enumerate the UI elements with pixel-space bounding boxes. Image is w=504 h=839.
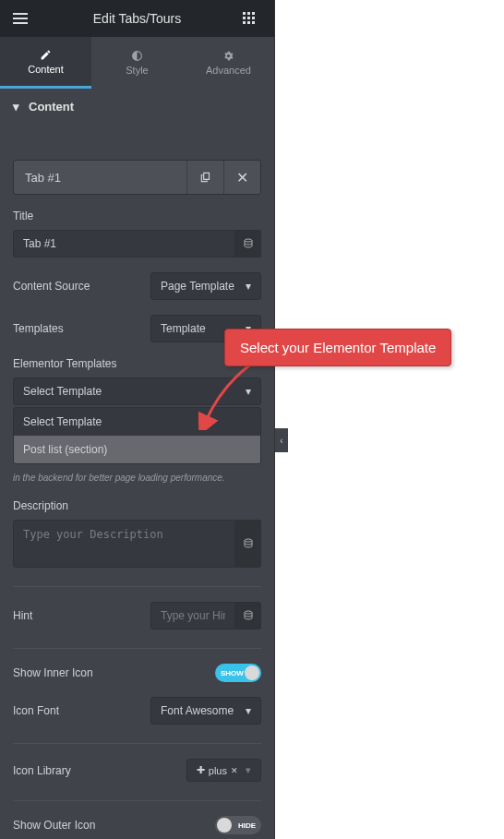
contrast-icon (131, 50, 143, 62)
caret-down-icon: ▾ (246, 764, 251, 776)
content-area: Tab #1 ✕ Title Content Source Page Templ… (0, 160, 274, 839)
svg-rect-1 (247, 12, 250, 15)
database-icon (243, 538, 254, 549)
panel-header: Edit Tabs/Tours (0, 0, 274, 37)
template-dropdown: Select Template Post list (section) (13, 407, 261, 464)
chevron-left-icon: ‹ (280, 436, 282, 446)
divider (13, 743, 261, 744)
hint-label: Hint (13, 609, 32, 622)
show-inner-label: Show Inner Icon (13, 666, 93, 679)
dynamic-button[interactable] (235, 520, 261, 568)
item-name: Tab #1 (14, 171, 186, 185)
svg-point-9 (245, 239, 252, 242)
panel-title: Edit Tabs/Tours (31, 11, 243, 26)
svg-rect-8 (252, 21, 255, 24)
divider (13, 648, 261, 649)
copy-icon (199, 171, 212, 184)
icon-library-label: Icon Library (13, 764, 71, 777)
title-input[interactable] (13, 230, 235, 258)
show-outer-toggle[interactable]: HIDE (215, 816, 261, 834)
tab-style[interactable]: Style (91, 37, 183, 89)
svg-rect-2 (252, 12, 255, 15)
duplicate-button[interactable] (186, 161, 223, 194)
title-label: Title (13, 210, 261, 222)
svg-rect-7 (247, 21, 250, 24)
template-option[interactable]: Post list (section) (14, 436, 260, 463)
description-textarea[interactable] (13, 520, 235, 568)
divider (13, 586, 261, 587)
svg-point-10 (245, 539, 252, 542)
show-outer-label: Show Outer Icon (13, 819, 95, 832)
caret-down-icon: ▾ (246, 280, 251, 293)
remove-button[interactable]: ✕ (223, 161, 260, 194)
annotation-callout: Select your Elementor Template (224, 329, 451, 366)
icon-library-picker[interactable]: ✚ plus ✕ ▾ (186, 759, 261, 782)
pencil-icon (40, 49, 52, 61)
content-source-select[interactable]: Page Template ▾ (150, 272, 261, 300)
show-inner-toggle[interactable]: SHOW (215, 664, 261, 682)
templates-label: Templates (13, 322, 64, 335)
divider (13, 800, 261, 801)
close-icon: ✕ (236, 169, 248, 186)
collapse-panel-button[interactable]: ‹ (275, 428, 288, 452)
section-content-toggle[interactable]: ▾ Content (0, 89, 274, 125)
tab-content[interactable]: Content (0, 37, 91, 89)
close-icon: ✕ (231, 766, 238, 775)
hint-input[interactable] (150, 602, 235, 629)
elementor-templates-select[interactable]: Select Template ▾ (13, 378, 261, 405)
caret-down-icon: ▾ (246, 385, 251, 398)
editor-panel: Edit Tabs/Tours Content Style Advanced ▾… (0, 0, 275, 839)
database-icon (243, 238, 254, 249)
svg-rect-6 (243, 21, 246, 24)
plus-icon: ✚ (197, 764, 205, 776)
menu-icon[interactable] (13, 13, 31, 24)
description-label: Description (13, 499, 261, 512)
icon-font-label: Icon Font (13, 704, 59, 717)
caret-down-icon: ▾ (13, 100, 19, 114)
icon-font-select[interactable]: Font Awesome ▾ (150, 697, 261, 725)
panel-tabs: Content Style Advanced (0, 37, 274, 89)
content-source-label: Content Source (13, 280, 90, 293)
template-option[interactable]: Select Template (14, 408, 260, 436)
svg-rect-0 (243, 12, 246, 15)
svg-rect-5 (252, 17, 255, 19)
svg-rect-4 (247, 17, 250, 19)
caret-down-icon: ▾ (246, 704, 251, 717)
tab-advanced[interactable]: Advanced (183, 37, 274, 89)
svg-point-11 (245, 611, 252, 614)
dynamic-button[interactable] (235, 602, 261, 629)
gear-icon (222, 50, 234, 62)
dynamic-button[interactable] (235, 230, 261, 258)
note-text: in the backend for better page loading p… (13, 472, 261, 485)
svg-rect-3 (243, 17, 246, 19)
repeater-item[interactable]: Tab #1 ✕ (13, 160, 261, 195)
database-icon (243, 610, 254, 621)
grid-icon[interactable] (243, 12, 261, 25)
